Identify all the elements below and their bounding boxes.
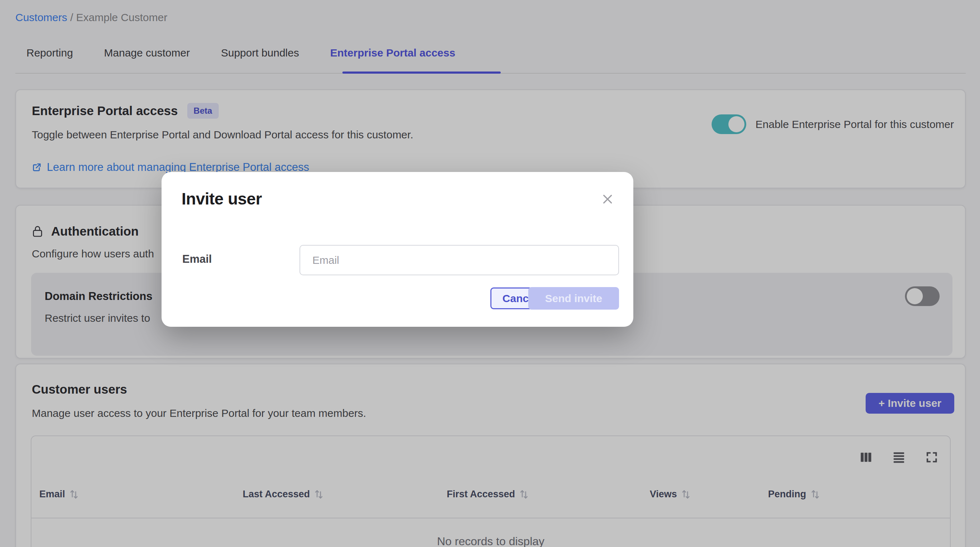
close-icon[interactable]: [601, 193, 614, 206]
enterprise-portal-access-page: Customers / Example Customer Reporting M…: [0, 0, 980, 547]
modal-title: Invite user: [181, 189, 262, 209]
send-invite-button[interactable]: Send invite: [528, 287, 619, 309]
invite-user-modal: Invite user Email Cancel Send invite: [162, 172, 633, 327]
email-field-label: Email: [182, 253, 212, 266]
email-field[interactable]: [299, 245, 619, 275]
